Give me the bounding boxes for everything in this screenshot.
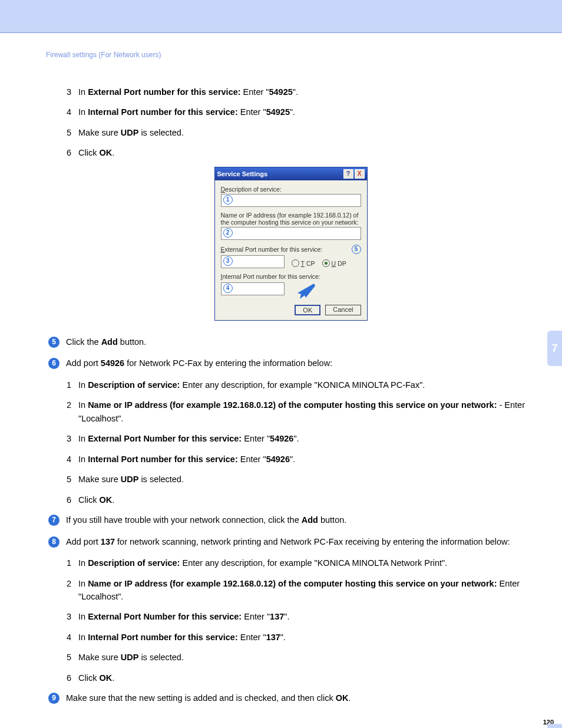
page-bar	[547, 724, 562, 728]
input-ext-port[interactable]: 3	[221, 255, 285, 268]
list-item: 6Click OK.	[78, 146, 535, 159]
radio-udp[interactable]: UDP	[322, 259, 346, 267]
service-settings-dialog: Service Settings ? X Description of serv…	[214, 167, 368, 321]
sublist-a: 3In External Port number for this servic…	[46, 85, 535, 160]
list-item: 5Make sure UDP is selected.	[78, 651, 535, 664]
label-ext-port: External Port number for this service:	[221, 246, 348, 253]
step-8: 8Add port 137 for network scanning, netw…	[66, 535, 535, 548]
step-9: 9Make sure that the new setting is added…	[66, 691, 535, 704]
breadcrumb: Firewall settings (For Network users)	[46, 51, 535, 59]
arrow-icon	[292, 281, 316, 301]
list-item: 3In External Port Number for this servic…	[78, 610, 535, 623]
input-int-port[interactable]: 4	[221, 282, 285, 295]
step-7: 7If you still have trouble with your net…	[66, 513, 535, 526]
cancel-button[interactable]: Cancel	[325, 305, 361, 315]
input-description[interactable]: 1	[221, 194, 361, 207]
label-int-port: Internal Port number for this service:	[221, 273, 361, 280]
list-item: 5Make sure UDP is selected.	[78, 473, 535, 486]
list-item: 2In Name or IP address (for example 192.…	[78, 398, 535, 425]
label-ip: Name or IP address (for example 192.168.…	[221, 212, 361, 226]
label-description: Description of service:	[221, 186, 361, 193]
list-item: 6Click OK.	[78, 671, 535, 684]
list-item: 3In External Port number for this servic…	[78, 85, 535, 98]
chapter-tab: 7	[547, 331, 562, 366]
dialog-titlebar: Service Settings ? X	[215, 167, 367, 180]
input-ip[interactable]: 2	[221, 227, 361, 240]
list-item: 6Click OK.	[78, 493, 535, 506]
list-item: 5Make sure UDP is selected.	[78, 126, 535, 139]
help-icon[interactable]: ?	[343, 169, 353, 179]
list-item: 3In External Port Number for this servic…	[78, 432, 535, 445]
list-item: 1In Description of service: Enter any de…	[78, 556, 535, 569]
header-bar	[0, 0, 562, 33]
svg-marker-0	[297, 284, 315, 299]
list-item: 4In Internal Port number for this servic…	[78, 106, 535, 118]
list-item: 4In Internal Port number for this servic…	[78, 453, 535, 466]
step-5: 5Click the Add button.	[66, 335, 535, 348]
ok-button[interactable]: OK	[295, 305, 320, 315]
close-icon[interactable]: X	[355, 169, 365, 179]
list-item: 4In Internal Port number for this servic…	[78, 631, 535, 644]
sublist-8: 1In Description of service: Enter any de…	[46, 556, 535, 684]
step-6: 6Add port 54926 for Network PC-Fax by en…	[66, 357, 535, 370]
list-item: 1In Description of service: Enter any de…	[78, 378, 535, 391]
radio-tcp[interactable]: TCP	[292, 259, 315, 267]
list-item: 2In Name or IP address (for example 192.…	[78, 577, 535, 604]
sublist-6: 1In Description of service: Enter any de…	[46, 378, 535, 506]
